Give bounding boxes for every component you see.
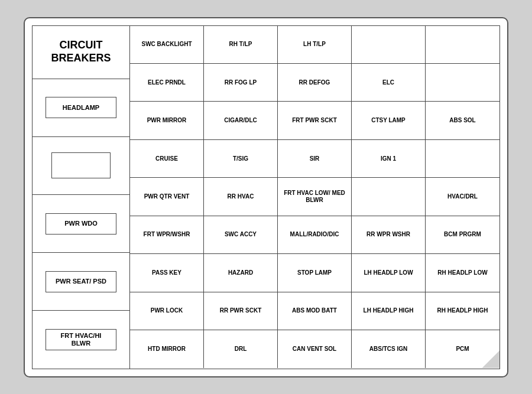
grid-cell-r8-c0: HTD MIRROR [130, 330, 204, 368]
grid-cell-r5-c1: SWC ACCY [204, 216, 278, 254]
left-fuse-cell-pwrwdo: PWR WDO [33, 195, 129, 253]
right-grid: SWC BACKLIGHTRH T/LPLH T/LPELEC PRNDLRR … [129, 25, 500, 369]
grid-cell-r2-c2: FRT PWR SCKT [278, 102, 352, 139]
grid-cell-r4-c1: RR HVAC [204, 178, 278, 216]
grid-cell-r7-c3: LH HEADLP HIGH [352, 292, 426, 330]
frthvac-fuse-box: FRT HVAC/HI BLWR [46, 329, 116, 350]
left-panel: CIRCUIT BREAKERS HEADLAMP PWR WDO PWR SE… [32, 25, 129, 369]
grid-cell-r6-c1: HAZARD [204, 254, 278, 292]
grid-cell-r0-c0: SWC BACKLIGHT [130, 26, 204, 64]
grid-cell-r6-c2: STOP LAMP [278, 254, 352, 292]
grid-cell-r1-c4 [426, 64, 499, 102]
grid-cell-r6-c0: PASS KEY [130, 254, 204, 292]
grid-cell-r5-c0: FRT WPR/WSHR [130, 216, 204, 254]
grid-cell-r2-c1: CIGAR/DLC [204, 102, 278, 139]
pwrwdo-fuse-box: PWR WDO [46, 213, 116, 235]
grid-cell-r8-c2: CAN VENT SOL [278, 330, 352, 368]
grid-cell-r7-c4: RH HEADLP HIGH [426, 292, 499, 330]
grid-cell-r2-c4: ABS SOL [426, 102, 499, 139]
grid-cell-r7-c0: PWR LOCK [130, 292, 204, 330]
grid-cell-r1-c2: RR DEFOG [278, 64, 352, 102]
grid-cell-r1-c0: ELEC PRNDL [130, 64, 204, 102]
left-fuse-cell-frthvac: FRT HVAC/HI BLWR [33, 311, 129, 368]
grid-cell-r3-c4 [426, 140, 499, 178]
grid-cell-r3-c0: CRUISE [130, 140, 204, 178]
main-layout: CIRCUIT BREAKERS HEADLAMP PWR WDO PWR SE… [32, 25, 500, 369]
grid-cell-r3-c3: IGN 1 [352, 140, 426, 178]
headlamp-fuse-box: HEADLAMP [46, 97, 116, 118]
left-fuse-cell-pwrseat: PWR SEAT/ PSD [33, 253, 129, 311]
grid-cell-r5-c2: MALL/RADIO/DIC [278, 216, 352, 254]
circuit-breakers-title: CIRCUIT BREAKERS [33, 26, 129, 79]
grid-cell-r2-c0: PWR MIRROR [130, 102, 204, 139]
grid-cell-r6-c4: RH HEADLP LOW [426, 254, 499, 292]
grid-cell-r0-c3 [352, 26, 426, 64]
grid-cell-r1-c1: RR FOG LP [204, 64, 278, 102]
grid-cell-r0-c2: LH T/LP [278, 26, 352, 64]
grid-cell-r0-c1: RH T/LP [204, 26, 278, 64]
grid-cell-r6-c3: LH HEADLP LOW [352, 254, 426, 292]
grid-cell-r5-c4: BCM PRGRM [426, 216, 499, 254]
left-fuse-cell-headlamp: HEADLAMP [33, 79, 129, 137]
grid-cell-r2-c3: CTSY LAMP [352, 102, 426, 139]
grid-cell-r4-c2: FRT HVAC LOW/ MED BLWR [278, 178, 352, 216]
grid-cell-r7-c1: RR PWR SCKT [204, 292, 278, 330]
grid-cell-r8-c3: ABS/TCS IGN [352, 330, 426, 368]
grid-cell-r1-c3: ELC [352, 64, 426, 102]
empty-fuse-box [51, 152, 111, 178]
pwrseat-fuse-box: PWR SEAT/ PSD [46, 271, 116, 292]
grid-cell-r4-c3 [352, 178, 426, 216]
left-fuse-cell-empty [33, 137, 129, 195]
grid-cell-r0-c4 [426, 26, 499, 64]
grid-cell-r8-c4: PCM [426, 330, 499, 368]
grid-cell-r8-c1: DRL [204, 330, 278, 368]
grid-cell-r7-c2: ABS MOD BATT [278, 292, 352, 330]
diagram-container: CIRCUIT BREAKERS HEADLAMP PWR WDO PWR SE… [24, 17, 508, 377]
grid-cell-r4-c4: HVAC/DRL [426, 178, 499, 216]
grid-cell-r3-c1: T/SIG [204, 140, 278, 178]
grid-cell-r4-c0: PWR QTR VENT [130, 178, 204, 216]
grid-cell-r3-c2: SIR [278, 140, 352, 178]
left-fuse-items: HEADLAMP PWR WDO PWR SEAT/ PSD FRT HVAC/… [33, 79, 129, 369]
grid-cell-r5-c3: RR WPR WSHR [352, 216, 426, 254]
